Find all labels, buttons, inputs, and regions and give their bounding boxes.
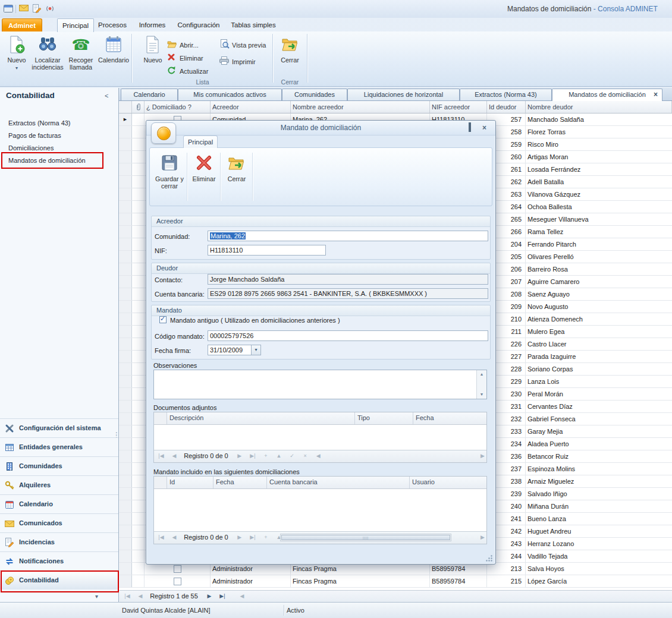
nav-prev-button[interactable]: ◀	[169, 451, 179, 461]
doc-tab-comunidades[interactable]: Comunidades	[282, 89, 347, 100]
recoger-llamada-button[interactable]: ☎ Recoger llamada	[65, 33, 96, 77]
column-descripcion[interactable]: Descripción	[167, 412, 355, 424]
column-header-nombre-acreedor[interactable]: Nombre acreedor	[291, 101, 430, 113]
column-cuenta-bancaria[interactable]: Cuenta bancaria	[267, 477, 410, 488]
post-edit-button[interactable]: ✓	[287, 451, 297, 461]
resize-grip[interactable]	[486, 554, 493, 562]
maximize-button[interactable]	[464, 124, 476, 133]
nav-first-button[interactable]: |◀	[123, 591, 132, 601]
contacto-input[interactable]: Jorge Manchado Saldaña	[208, 274, 488, 285]
localizar-incidencias-button[interactable]: Localizar incidencias	[31, 33, 64, 77]
scrollbar-thumb[interactable]: ||||	[281, 535, 450, 540]
doc-tab-comunicados[interactable]: Mis comunicados activos	[178, 89, 282, 100]
dialog-cerrar-button[interactable]: Cerrar	[224, 150, 250, 203]
sidebar-collapse-icon[interactable]: <	[105, 92, 108, 99]
tab-configuracion[interactable]: Configuración	[176, 18, 221, 31]
column-tipo[interactable]: Tipo	[355, 412, 413, 424]
tab-adminet[interactable]: Adminet	[2, 18, 42, 32]
documentos-grid[interactable]: Descripción Tipo Fecha |◀ ◀ Registro 0 d…	[153, 412, 487, 463]
fecha-firma-input[interactable]: 31/10/2009	[208, 345, 252, 355]
mail-icon[interactable]	[19, 4, 30, 14]
nav-next-button[interactable]: ▶	[235, 532, 244, 542]
scroll-up-icon[interactable]: ▲	[477, 370, 486, 379]
nav-next-button[interactable]: ▶	[205, 591, 214, 601]
doc-tab-calendario[interactable]: Calendario	[121, 89, 178, 100]
vista-previa-button[interactable]: Vista previa	[219, 39, 266, 51]
doc-tab-liquidaciones[interactable]: Liquidaciones de horizontal	[347, 89, 460, 100]
column-header-nombre-deudor[interactable]: Nombre deudor	[526, 101, 672, 113]
observaciones-textarea[interactable]: ▲ ▼	[153, 370, 487, 399]
column-id[interactable]: Id	[167, 477, 213, 488]
attachment-column-header[interactable]	[132, 101, 145, 113]
nav-last-button[interactable]: ▶|	[248, 532, 258, 542]
domiciliaciones-grid[interactable]: Id Fecha Cuenta bancaria Usuario |◀ ◀ Re…	[153, 476, 487, 544]
doc-tab-extractos[interactable]: Extractos (Norma 43)	[460, 89, 552, 100]
minimize-button[interactable]	[450, 124, 462, 133]
eliminar-button[interactable]: Eliminar	[167, 52, 203, 64]
nav-last-button[interactable]: ▶|	[218, 591, 227, 601]
hscroll-right-button[interactable]: ▶	[481, 451, 485, 461]
dialog-tab-principal[interactable]: Principal	[183, 135, 218, 148]
actualizar-button[interactable]: Actualizar	[167, 65, 208, 77]
column-fecha[interactable]: Fecha	[413, 412, 486, 424]
column-usuario[interactable]: Usuario	[410, 477, 486, 488]
sidebar-item-mandatos[interactable]: Mandatos de domiciliación	[0, 154, 118, 166]
nav-prev-button[interactable]: ◀	[169, 532, 179, 542]
calendario-button[interactable]: Calendario	[98, 33, 130, 77]
sidebar-item-pagos[interactable]: Pagos de facturas	[0, 130, 118, 141]
sidebar-nav-entidades[interactable]: Entidades generales	[0, 437, 118, 456]
sidebar-nav-alquileres[interactable]: Alquileres	[0, 475, 118, 494]
column-header-nif[interactable]: NIF acreedor	[430, 101, 487, 113]
abrir-button[interactable]: Abrir...	[167, 39, 199, 51]
tab-tablas-simples[interactable]: Tablas simples	[230, 18, 277, 31]
tab-informes[interactable]: Informes	[134, 18, 170, 31]
sidebar-item-domiciliaciones[interactable]: Domiciliaciones	[0, 142, 118, 154]
sidebar-nav-calendario[interactable]: Calendario	[0, 494, 118, 513]
sidebar-nav-notificaciones[interactable]: Notificaciones	[0, 551, 118, 570]
table-row[interactable]: AdministradorFincas PragmaB58959784213Sa…	[119, 563, 672, 575]
sidebar-nav-configuracion[interactable]: Configuración del sistema	[0, 418, 118, 437]
domiciliado-checkbox[interactable]	[174, 578, 181, 585]
horizontal-scrollbar[interactable]: ||||	[280, 534, 451, 541]
scroll-down-icon[interactable]: ▼	[477, 390, 486, 399]
append-row-button[interactable]: +	[261, 451, 271, 461]
hscroll-left-button[interactable]: ◀	[237, 591, 247, 601]
nav-first-button[interactable]: |◀	[156, 532, 166, 542]
lista-nuevo-button[interactable]: Nuevo	[141, 33, 165, 77]
column-header-acreedor[interactable]: Acreedor	[211, 101, 291, 113]
vertical-scrollbar[interactable]: ▲ ▼	[476, 370, 486, 399]
nuevo-button[interactable]: Nuevo▾	[4, 33, 30, 77]
fecha-firma-dropdown[interactable]: ▾	[252, 345, 261, 355]
edit-note-icon[interactable]	[32, 4, 43, 14]
comunidad-input[interactable]: Marina, 262	[208, 231, 488, 241]
tab-close-icon[interactable]: ×	[654, 89, 658, 100]
dialog-eliminar-button[interactable]: Eliminar	[190, 150, 218, 203]
imprimir-button[interactable]: Imprimir	[219, 56, 256, 68]
hscroll-left-button[interactable]: ◀	[313, 451, 323, 461]
cancel-edit-button[interactable]: ×	[300, 451, 310, 461]
codigo-mandato-input[interactable]: 000025797526	[208, 330, 488, 341]
append-row-button[interactable]: +	[261, 532, 271, 542]
dialog-titlebar[interactable]: Mandato de domiciliación	[146, 121, 495, 135]
column-fecha[interactable]: Fecha	[213, 477, 267, 488]
sidebar-overflow-chevron-icon[interactable]: ▾	[95, 593, 98, 600]
close-button[interactable]: ×	[478, 124, 491, 133]
cuenta-bancaria-input[interactable]: ES29 0128 8975 2665 9863 2541 - BANKINTE…	[208, 288, 488, 299]
doc-tab-mandatos[interactable]: Mandatos de domiciliación ×	[552, 89, 662, 101]
sidebar-item-extractos[interactable]: Extractos (Norma 43)	[0, 117, 118, 129]
app-window-icon[interactable]	[4, 4, 14, 14]
sidebar-nav-incidencias[interactable]: Incidencias	[0, 532, 118, 551]
broadcast-icon[interactable]	[45, 4, 56, 14]
sidebar-nav-contabilidad[interactable]: Contabilidad	[0, 570, 118, 589]
edit-row-button[interactable]: ▲	[274, 451, 284, 461]
sidebar-nav-comunidades[interactable]: Comunidades	[0, 456, 118, 475]
nav-prev-button[interactable]: ◀	[136, 591, 145, 601]
guardar-cerrar-button[interactable]: Guardar y cerrar	[155, 150, 184, 203]
mandato-antiguo-checkbox[interactable]: ✓	[159, 316, 167, 323]
dialog-app-button[interactable]	[151, 122, 176, 144]
nav-first-button[interactable]: |◀	[156, 451, 166, 461]
nav-next-button[interactable]: ▶	[235, 451, 244, 461]
nif-input[interactable]: H11813110	[208, 245, 326, 256]
column-header-domiciliado[interactable]: ¿ Domiciliado ?	[145, 101, 211, 113]
nav-last-button[interactable]: ▶|	[248, 451, 258, 461]
